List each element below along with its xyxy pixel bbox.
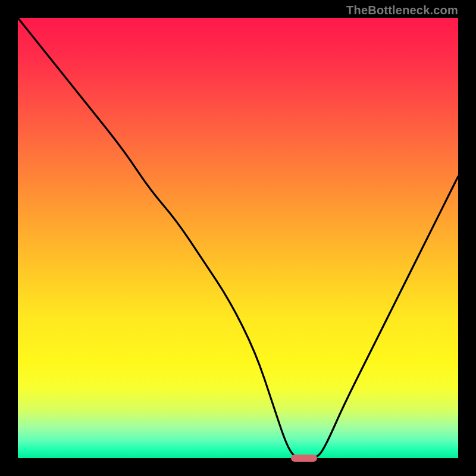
optimal-range-marker [291, 455, 317, 462]
bottleneck-curve-line [18, 18, 458, 458]
bottleneck-chart: TheBottleneck.com [0, 0, 476, 476]
curve-svg [18, 18, 458, 458]
plot-area [18, 18, 458, 458]
watermark-text: TheBottleneck.com [346, 4, 458, 17]
